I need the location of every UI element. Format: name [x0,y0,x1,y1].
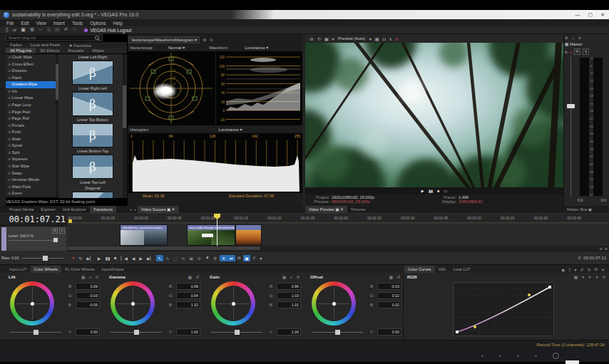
curves-tab[interactable]: HSL [435,266,450,273]
plugin-list-item[interactable]: Slide [6,136,58,143]
wheel-toolbar-icons[interactable]: ▦ + ↺ [81,275,100,279]
offset-y-value[interactable]: 0.00 [377,328,401,336]
master-fader-handle[interactable] [567,104,575,108]
waveform-mode-select[interactable]: Luminance ▾ [245,46,268,50]
histogram-mode-select[interactable]: Luminance ▾ [218,128,242,132]
selection-tool-icon[interactable]: ⬚ [172,255,180,261]
wheel-handle[interactable] [131,302,135,306]
plugin-list-item[interactable]: Dissolve [6,68,58,75]
tray-icon[interactable] [499,355,501,357]
transition-preset[interactable]: βLinear Bottom-Top [58,123,127,154]
menu-item[interactable]: Edit [17,21,32,26]
luminance-handle[interactable] [335,330,340,335]
tray-icon[interactable] [481,355,483,357]
track-mute-button[interactable]: M [52,228,58,234]
category-tab[interactable]: ★ Favorites [64,42,96,48]
go-to-start-icon[interactable]: ▏◀ [119,255,129,261]
cut-icon[interactable]: ✂ [36,27,45,33]
normal-edit-tool-icon[interactable]: ↖ [156,255,163,261]
offset-b-value[interactable]: 0.02 [377,301,401,308]
plugin-list-item[interactable]: Spiral [6,142,58,150]
offset-g-value[interactable]: 0.02 [377,292,401,299]
overlays-icon[interactable]: ▦ [373,36,381,41]
dropdown-icon[interactable]: ▾ [575,267,577,272]
wheel-handle[interactable] [31,302,34,306]
color-tab[interactable]: Input LUT [6,266,31,273]
redo-icon[interactable]: ↻ [588,267,591,272]
plugin-list-item[interactable]: Venetian Blinds [6,177,58,184]
track-level-slider[interactable] [9,240,56,241]
group-icon[interactable]: ⧉ [235,255,242,261]
menu-item[interactable]: Options [86,21,109,26]
plugin-list-item[interactable]: Swap [6,170,58,177]
timeline-clip[interactable]: man walks though sunlit wind turbines to… [187,224,235,246]
record-arm-icon[interactable]: ● [570,50,572,54]
plugin-list-item[interactable]: Page Loop [6,102,58,109]
transition-preset[interactable]: βLinear Right-Left [58,61,127,91]
new-project-icon[interactable]: ▯ [4,27,11,33]
preview-toggle-icon[interactable]: ◉ [561,267,565,272]
scope-settings-icon[interactable]: ⚙ [203,37,206,42]
menu-item[interactable]: Insert [50,21,68,26]
record-icon[interactable]: ● [70,255,76,261]
lock-icon[interactable]: ▣ [243,255,251,261]
toolbar-options-icon[interactable]: ≡ [578,256,581,260]
cursor-timecode[interactable]: 00:01:07.21 [583,256,606,260]
gain-g-value[interactable]: 1.03 [277,292,301,299]
stop-icon[interactable]: ■ [112,255,118,261]
safe-area-icon[interactable]: ⊡ [381,36,388,41]
menu-item[interactable]: File [3,21,17,26]
category-tab[interactable]: All Plug-ins [6,48,36,53]
luminance-slider[interactable] [111,332,162,333]
vegas-hub-logout-button[interactable]: VEGAS Hub Logout [90,28,131,33]
track-solo-button[interactable]: S [59,228,65,234]
dropdown-icon[interactable]: ▾ [330,36,336,41]
dropdown-icon[interactable]: ▾ [367,36,373,41]
undo-icon[interactable]: ↶ [62,27,71,33]
search-input[interactable] [6,36,95,40]
project-properties-icon[interactable]: ⚙ [28,27,36,33]
window-control-button[interactable]: — [575,12,580,17]
wheel-toolbar-icons[interactable]: ▦ + ↺ [282,275,301,279]
split-screen-icon[interactable]: ▦ [322,36,330,41]
plugin-list-item[interactable]: Clock Wipe [6,54,58,61]
auto-crossfade-icon[interactable]: ✕ [220,255,227,261]
dock-tab[interactable]: Project Media [6,206,37,213]
wheel-handle[interactable] [232,302,235,306]
gamma-b-value[interactable]: 1.32 [176,301,200,308]
gamma-y-value[interactable]: 1.00 [176,328,200,336]
trim-icon[interactable]: ⊞ [188,255,195,261]
lift-color-wheel[interactable] [10,281,54,326]
envelope-tool-icon[interactable]: ∿ [164,255,171,261]
transition-preset[interactable]: βLinear Top-Left Diagonal [58,155,127,191]
category-tab[interactable]: Fades [6,42,26,48]
window-control-button[interactable]: ▢ [588,12,593,18]
dock-tab[interactable]: Explorer [37,206,59,213]
gamma-r-value[interactable]: 0.99 [176,283,200,290]
bypass-fx-icon[interactable]: ⊘ [393,36,400,41]
curves-tab[interactable]: Look LUT [450,266,474,273]
frame-step-icon[interactable]: ▭ [444,189,447,193]
dock-tab[interactable]: Transitions [90,206,116,213]
scope-layout-select[interactable]: Vectorscope/Waveform/Histogram ▾ [128,36,200,43]
pause-icon[interactable]: ▮▮ [103,255,112,261]
loop-icon[interactable]: ↻ [77,255,84,261]
os-taskbar[interactable] [0,349,609,362]
menu-item[interactable]: View [33,21,50,26]
plugin-list-item[interactable]: Linear Wipe [6,95,58,102]
timeline-marker[interactable] [68,219,72,223]
transition-preset[interactable]: βLinear Top-Bottom [58,92,127,123]
track-level-handle[interactable] [53,238,58,242]
category-tab[interactable]: 3D Effects [36,48,64,53]
dock-tab-master-bus[interactable]: Master Bus ▣ [563,206,595,213]
lift-r-value[interactable]: 0.09 [76,283,100,290]
transition-thumbnail[interactable]: β [72,123,113,147]
copy-icon[interactable]: ⧉ [45,27,53,33]
wheel-toolbar-icons[interactable]: ▦ ↺ [188,275,200,279]
plugin-list-item[interactable]: Gradient Wipe [6,81,58,88]
luminance-slider[interactable] [211,332,262,333]
tray-circle-icon[interactable] [553,353,559,359]
mute-button[interactable]: M [574,48,580,55]
color-tab[interactable]: FL Color Wheels [61,266,98,273]
gain-r-value[interactable]: 0.96 [277,283,301,290]
